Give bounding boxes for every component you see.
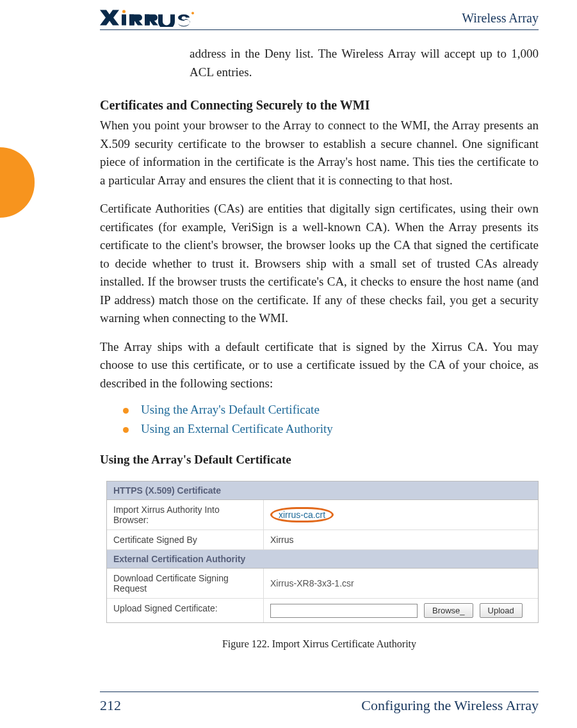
side-tab [0,147,35,218]
xirrus-logo [100,9,196,27]
page-content: address in the Deny list. The Wireless A… [100,45,539,650]
fig-row-signedby: Certificate Signed By Xirrus [107,530,538,550]
svg-rect-1 [122,15,126,26]
section-title-default-cert: Using the Array's Default Certificate [100,453,539,467]
xirrus-logo-svg [100,9,196,27]
fig-label-signedby: Certificate Signed By [107,530,264,549]
fig-value-upload: Browse_ Upload [264,599,538,622]
footer-chapter-title: Configuring the Wireless Array [361,697,539,714]
bullet-external-ca[interactable]: Using an External Certificate Authority [123,422,539,436]
bullet-list: Using the Array's Default Certificate Us… [123,403,539,436]
fig-row-csr: Download Certificate Signing Request Xir… [107,569,538,599]
sec1-p1: When you point your browser to the Array… [100,117,539,190]
fig-section-https: HTTPS (X.509) Certificate [107,481,538,500]
link-external-ca[interactable]: Using an External Certificate Authority [141,422,333,435]
page-header: Wireless Array [100,9,539,27]
link-csr-file[interactable]: Xirrus-XR8-3x3-1.csr [270,578,354,588]
link-xirrus-ca-crt[interactable]: xirrus-ca.crt [270,507,334,522]
sec1-p2: Certificate Authorities (CAs) are entiti… [100,200,539,328]
figure-caption: Figure 122. Import Xirrus Certificate Au… [100,638,539,650]
fig-value-csr: Xirrus-XR8-3x3-1.csr [264,569,538,598]
sec1-p3: The Array ships with a default certifica… [100,338,539,393]
section-title-certificates: Certificates and Connecting Securely to … [100,98,539,113]
lead-paragraph: address in the Deny list. The Wireless A… [100,45,539,81]
upload-button[interactable]: Upload [480,603,523,618]
link-default-cert[interactable]: Using the Array's Default Certificate [141,403,320,416]
figure-122: HTTPS (X.509) Certificate Import Xirrus … [106,481,539,623]
fig-value-import: xirrus-ca.crt [264,500,538,530]
browse-button[interactable]: Browse_ [424,603,473,618]
fig-label-import: Import Xirrus Authority Into Browser: [107,500,264,530]
page-footer: 212 Configuring the Wireless Array [100,697,539,714]
fig-label-upload: Upload Signed Certificate: [107,599,264,622]
svg-point-4 [122,10,126,13]
bullet-default-cert[interactable]: Using the Array's Default Certificate [123,403,539,417]
header-product-title: Wireless Array [462,11,539,26]
svg-marker-0 [100,10,119,26]
fig-section-external: External Certification Authority [107,550,538,569]
upload-file-input[interactable] [270,604,418,618]
fig-label-csr: Download Certificate Signing Request [107,569,264,598]
page-number: 212 [100,697,121,714]
header-rule [100,29,539,30]
footer-rule [100,692,539,692]
fig-row-upload: Upload Signed Certificate: Browse_ Uploa… [107,599,538,622]
fig-value-signedby: Xirrus [264,530,538,549]
svg-point-5 [191,12,194,15]
fig-row-import: Import Xirrus Authority Into Browser: xi… [107,500,538,530]
